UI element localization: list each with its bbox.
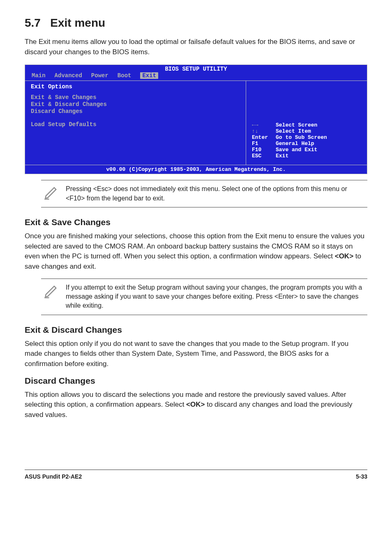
heading-discard-changes: Discard Changes	[25, 376, 367, 386]
para-exit-discard: Select this option only if you do not wa…	[25, 339, 367, 369]
title-number: 5.7	[25, 16, 41, 29]
svg-marker-2	[46, 286, 56, 297]
help-key-f1: F1	[252, 140, 272, 147]
para-exit-save: Once you are finished making your select…	[25, 231, 367, 272]
bios-tabs: Main Advanced Power Boot Exit	[25, 72, 367, 81]
note-box-1: Pressing <Esc> does not immediately exit…	[41, 180, 367, 207]
help-save-exit: Save and Exit	[276, 147, 317, 153]
bios-item-discard-exit: Exit & Discard Changes	[31, 101, 242, 108]
tab-boot: Boot	[118, 72, 131, 79]
tab-main: Main	[32, 72, 46, 79]
pencil-icon	[44, 284, 58, 301]
intro-paragraph: The Exit menu items allow you to load th…	[25, 37, 367, 57]
svg-marker-0	[46, 188, 56, 198]
heading-exit-save: Exit & Save Changes	[25, 217, 367, 227]
page-footer: ASUS Pundit P2-AE2 5-33	[25, 470, 367, 480]
bios-screenshot: BIOS SETUP UTILITY Main Advanced Power B…	[25, 64, 367, 174]
para-exit-save-bold: <OK>	[335, 252, 353, 260]
pencil-icon	[44, 185, 58, 203]
note-text-2: If you attempt to exit the Setup program…	[66, 283, 365, 311]
tab-power: Power	[91, 72, 108, 79]
bios-item-defaults: Load Setup Defaults	[31, 121, 242, 128]
help-sub-screen: Go to Sub Screen	[276, 134, 327, 140]
help-key-lr: ←→	[252, 122, 272, 128]
bios-footer: v00.00 (C)Copyright 1985-2003, American …	[25, 165, 367, 174]
help-exit: Exit	[276, 153, 288, 159]
help-key-esc: ESC	[252, 153, 272, 159]
footer-right: 5-33	[356, 473, 367, 480]
bios-left-heading: Exit Options	[31, 83, 242, 90]
bios-help-pane: ←→Select Screen ↑↓Select Item EnterGo to…	[246, 81, 367, 165]
para-exit-save-a: Once you are finished making your select…	[25, 232, 364, 260]
footer-left: ASUS Pundit P2-AE2	[25, 473, 82, 480]
help-select-screen: Select Screen	[276, 122, 317, 128]
heading-exit-discard: Exit & Discard Changes	[25, 325, 367, 335]
para-discard-bold: <OK>	[186, 401, 205, 408]
tab-advanced: Advanced	[55, 72, 82, 79]
help-key-ud: ↑↓	[252, 128, 272, 134]
bios-item-save: Exit & Save Changes	[31, 94, 242, 101]
help-general-help: General Help	[276, 140, 314, 147]
para-discard-changes: This option allows you to discard the se…	[25, 390, 367, 420]
note-text-1: Pressing <Esc> does not immediately exit…	[66, 184, 365, 203]
bios-item-discard: Discard Changes	[31, 108, 242, 115]
bios-left-pane: Exit Options Exit & Save Changes Exit & …	[25, 81, 246, 165]
page-title: 5.7 Exit menu	[25, 16, 367, 30]
tab-exit: Exit	[140, 72, 158, 79]
bios-title: BIOS SETUP UTILITY	[25, 65, 367, 72]
help-key-enter: Enter	[252, 134, 272, 140]
help-key-f10: F10	[252, 147, 272, 153]
note-box-2: If you attempt to exit the Setup program…	[41, 279, 367, 315]
title-text: Exit menu	[50, 16, 105, 29]
help-select-item: Select Item	[276, 128, 311, 134]
